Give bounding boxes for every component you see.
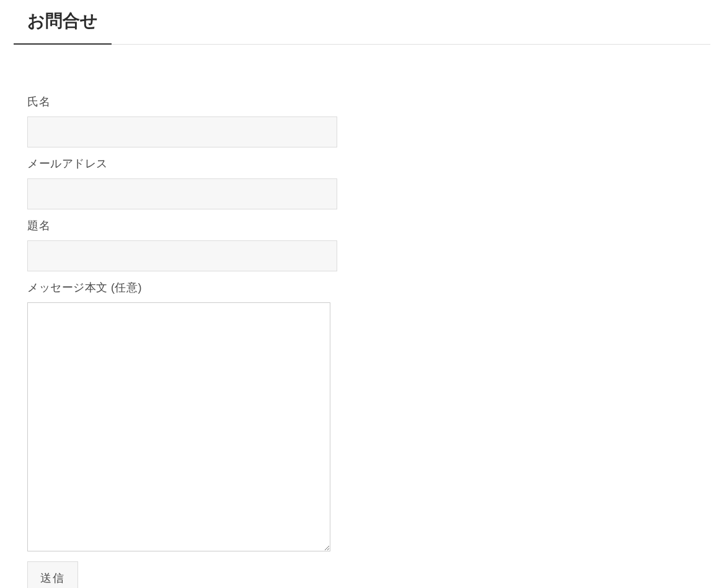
subject-input[interactable] (27, 240, 337, 271)
email-input[interactable] (27, 178, 337, 209)
email-label: メールアドレス (27, 156, 697, 171)
message-label: メッセージ本文 (任意) (27, 280, 697, 295)
form-group-email: メールアドレス (27, 156, 697, 209)
page-title-wrapper: お問合せ (14, 0, 710, 45)
subject-label: 題名 (27, 218, 697, 233)
form-group-message: メッセージ本文 (任意) (27, 280, 697, 551)
form-group-name: 氏名 (27, 94, 697, 147)
form-group-subject: 題名 (27, 218, 697, 271)
name-label: 氏名 (27, 94, 697, 109)
contact-form: 氏名 メールアドレス 題名 メッセージ本文 (任意) 送信 (14, 94, 710, 588)
name-input[interactable] (27, 116, 337, 147)
submit-button[interactable]: 送信 (27, 561, 78, 588)
message-textarea[interactable] (27, 302, 330, 551)
page-title: お問合せ (14, 0, 112, 44)
